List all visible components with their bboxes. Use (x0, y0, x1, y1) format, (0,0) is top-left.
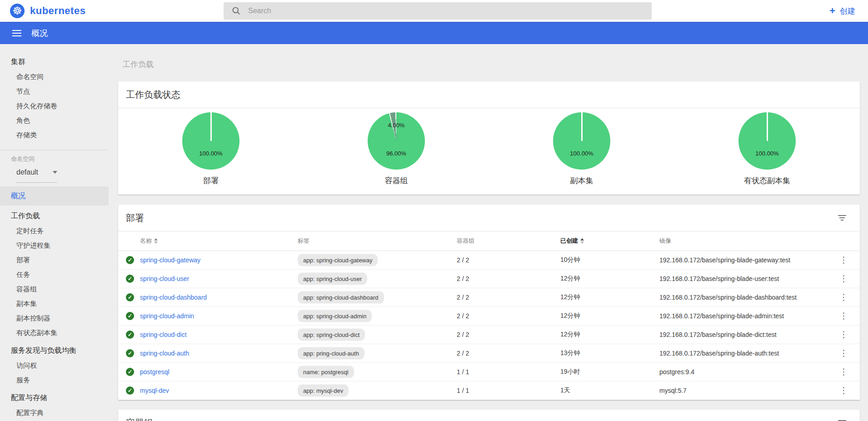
row-menu-icon[interactable]: ⋮ (839, 276, 848, 282)
column-header-created[interactable]: 已创建 (560, 237, 584, 245)
sidebar-section-discovery[interactable]: 服务发现与负载均衡 (0, 343, 109, 358)
column-header-labels[interactable]: 标签 (298, 237, 309, 245)
table-row: ✓ postgresql name: postgresql 1 / 1 19小时… (118, 363, 860, 381)
label-chip: name: postgresql (298, 366, 354, 378)
row-menu-icon[interactable]: ⋮ (839, 313, 848, 319)
sidebar-item-services[interactable]: 服务 (0, 373, 109, 387)
pie-percent-label-small: 4.00% (368, 122, 425, 129)
create-label: 创建 (840, 6, 855, 16)
row-menu-icon[interactable]: ⋮ (839, 350, 848, 356)
label-chip: app: spring-cloud-admin (298, 310, 372, 322)
deployment-link[interactable]: postgresql (140, 368, 170, 376)
pods-count: 2 / 2 (457, 275, 469, 282)
row-menu-icon[interactable]: ⋮ (839, 331, 848, 338)
sidebar-section-workloads[interactable]: 工作负载 (0, 208, 109, 224)
workload-status-card: 工作负载状态 100.00% 部署 4.00% 96.00% 容器组 (118, 81, 860, 195)
sidebar-item-daemon-sets[interactable]: 守护进程集 (0, 238, 109, 253)
deployment-link[interactable]: spring-cloud-admin (140, 312, 194, 320)
pods-count: 1 / 1 (457, 368, 469, 376)
image: 192.168.0.172/base/spring-blade-dashboar… (659, 294, 797, 301)
sidebar-item-ingresses[interactable]: 访问权 (0, 358, 109, 373)
label-chip: app: pring-cloud-auth (298, 347, 364, 360)
table-header: 名称 标签 容器组 已创建 镜像 (118, 231, 860, 251)
workload-status-charts: 100.00% 部署 4.00% 96.00% 容器组 100.00% 副本集 (118, 108, 860, 195)
deployment-link[interactable]: spring-cloud-gateway (140, 256, 200, 264)
deployment-link[interactable]: spring-cloud-user (140, 275, 189, 282)
deployments-title: 部署 (126, 212, 144, 224)
pie-caption: 部署 (203, 175, 219, 186)
sidebar-section-cluster[interactable]: 集群 (0, 54, 109, 70)
sidebar-item-storage-classes[interactable]: 存储类 (0, 128, 109, 142)
sidebar-item-cron-jobs[interactable]: 定时任务 (0, 224, 109, 238)
namespace-label: 命名空间 (0, 154, 109, 165)
app-header: ☸ kubernetes + 创建 (0, 0, 868, 22)
pie-percent-label: 96.00% (368, 150, 425, 157)
label-chip: app: spring-cloud-user (298, 273, 367, 285)
deployment-link[interactable]: mysql-dev (140, 387, 169, 394)
pie-percent-label: 100.00% (738, 150, 796, 157)
table-row: ✓ spring-cloud-gateway app: spring-cloud… (118, 251, 860, 270)
column-header-pods[interactable]: 容器组 (457, 237, 474, 245)
image: 192.168.0.172/base/spring-blade-auth:tes… (659, 350, 779, 357)
kubernetes-brand[interactable]: ☸ kubernetes (10, 4, 85, 18)
sidebar-item-config-maps[interactable]: 配置字典 (0, 406, 109, 420)
age: 10分钟 (560, 256, 580, 264)
deployment-link[interactable]: spring-cloud-auth (140, 350, 189, 357)
filter-icon[interactable] (838, 214, 846, 222)
search-input[interactable] (248, 7, 630, 15)
table-row: ✓ spring-cloud-auth app: pring-cloud-aut… (118, 344, 860, 363)
column-label: 已创建 (560, 237, 578, 245)
search-bar[interactable] (224, 2, 652, 20)
deployment-link[interactable]: spring-cloud-dict (140, 331, 187, 338)
label-chip: app: spring-cloud-dashboard (298, 291, 384, 304)
status-ok-icon: ✓ (126, 312, 134, 320)
age: 12分钟 (560, 275, 580, 283)
create-button[interactable]: + 创建 (829, 0, 855, 22)
sidebar-item-persistent-volumes[interactable]: 持久化存储卷 (0, 99, 109, 113)
age: 12分钟 (560, 331, 580, 339)
sidebar-item-roles[interactable]: 角色 (0, 113, 109, 128)
pie-divider-line (581, 112, 583, 141)
namespace-selector[interactable]: default (16, 165, 57, 183)
pie-caption: 有状态副本集 (744, 175, 790, 186)
namespace-value: default (16, 168, 38, 176)
row-menu-icon[interactable]: ⋮ (839, 294, 848, 301)
pods-count: 2 / 2 (457, 294, 469, 301)
sidebar-item-replica-sets[interactable]: 副本集 (0, 296, 109, 311)
brand-title: kubernetes (30, 5, 85, 17)
sidebar-item-jobs[interactable]: 任务 (0, 267, 109, 282)
age: 13分钟 (560, 349, 580, 357)
column-header-image[interactable]: 镜像 (659, 237, 671, 245)
sidebar-section-config-storage[interactable]: 配置与存储 (0, 390, 109, 406)
sidebar-item-overview[interactable]: 概况 (0, 186, 109, 205)
image: 192.168.0.172/base/spring-blade-gateway:… (659, 256, 790, 264)
column-header-name[interactable]: 名称 (140, 237, 158, 245)
table-row: ✓ spring-cloud-dict app: spring-cloud-di… (118, 326, 860, 344)
row-menu-icon[interactable]: ⋮ (839, 387, 848, 394)
menu-icon[interactable] (12, 28, 21, 38)
sort-icon (154, 238, 158, 244)
deployment-link[interactable]: spring-cloud-dashboard (140, 294, 207, 301)
plus-icon: + (829, 6, 835, 16)
main-content: 工作负载 工作负载状态 100.00% 部署 4.00% 96.00% 容器组 (109, 44, 868, 421)
sidebar-item-pods[interactable]: 容器组 (0, 282, 109, 296)
label-chip: app: spring-cloud-gateway (298, 254, 378, 266)
row-menu-icon[interactable]: ⋮ (839, 257, 848, 263)
filter-icon[interactable] (838, 419, 846, 421)
table-row: ✓ mysql-dev app: mysql-dev 1 / 1 1天 mysq… (118, 381, 860, 400)
sidebar-item-stateful-sets[interactable]: 有状态副本集 (0, 326, 109, 340)
image: postgres:9.4 (659, 368, 694, 376)
sidebar-item-replication-controllers[interactable]: 副本控制器 (0, 311, 109, 326)
image: mysql:5.7 (659, 387, 687, 394)
pie-percent-label: 100.00% (553, 150, 610, 157)
row-menu-icon[interactable]: ⋮ (839, 369, 848, 375)
table-row: ✓ spring-cloud-user app: spring-cloud-us… (118, 270, 860, 288)
deployments-card: 部署 名称 标签 容器组 已创建 镜像 ✓ spring-cloud-gatew… (118, 205, 860, 400)
sidebar-item-nodes[interactable]: 节点 (0, 84, 109, 99)
sidebar-item-namespaces[interactable]: 命名空间 (0, 70, 109, 84)
pie-chart: 100.00% (182, 112, 239, 170)
sidebar-item-deployments[interactable]: 部署 (0, 253, 109, 267)
age: 12分钟 (560, 293, 580, 301)
status-ok-icon: ✓ (126, 293, 134, 301)
pie-chart: 4.00% 96.00% (368, 112, 425, 170)
